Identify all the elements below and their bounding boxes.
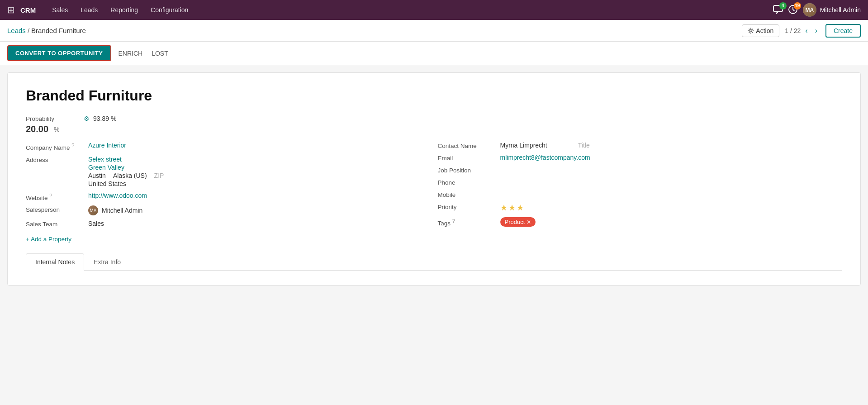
action-bar: CONVERT TO OPPORTUNITY ENRICH LOST — [0, 42, 868, 65]
clock-badge: 19 — [794, 2, 801, 10]
tag-remove-button[interactable]: ✕ — [526, 219, 531, 225]
title-label: Title — [578, 142, 590, 149]
fields-grid: Company Name ? Azure Interior Address Se… — [26, 142, 842, 243]
nav-item-sales[interactable]: Sales — [47, 4, 73, 16]
website-field: Website ? http://www.odoo.com — [26, 192, 431, 201]
priority-stars[interactable]: ★ ★ ★ — [500, 203, 524, 213]
star-1[interactable]: ★ — [500, 203, 508, 213]
star-2[interactable]: ★ — [508, 203, 516, 213]
app-grid-icon[interactable]: ⊞ — [7, 5, 15, 15]
amount-unit: % — [54, 126, 59, 133]
sales-team-value[interactable]: Sales — [88, 220, 104, 227]
tags-label: Tags ? — [438, 217, 497, 227]
tag-label: Product — [505, 219, 525, 225]
mobile-field: Mobile — [438, 191, 843, 198]
amount-row: 20.00 % — [26, 124, 842, 134]
next-page-button[interactable]: › — [812, 25, 820, 37]
address-label: Address — [26, 156, 85, 163]
salesperson-label: Salesperson — [26, 205, 85, 213]
nav-item-configuration[interactable]: Configuration — [145, 4, 194, 16]
address-city[interactable]: Austin — [88, 172, 106, 179]
amount-value[interactable]: 20.00 — [26, 124, 48, 134]
svg-point-2 — [750, 29, 752, 32]
email-field: Email mlimprecht8@fastcompany.com — [438, 154, 843, 162]
job-position-label: Job Position — [438, 166, 497, 174]
messages-icon[interactable]: 4 — [773, 5, 783, 15]
app-name[interactable]: CRM — [20, 6, 36, 14]
priority-field: Priority ★ ★ ★ — [438, 203, 843, 213]
product-tag: Product ✕ — [500, 217, 536, 227]
tabs-row: Internal Notes Extra Info — [26, 253, 842, 271]
address-block: Selex street Green Valley Austin Alaska … — [88, 156, 164, 187]
enrich-button[interactable]: ENRICH — [117, 47, 145, 60]
sales-team-field: Sales Team Sales — [26, 220, 431, 228]
job-position-field: Job Position — [438, 166, 843, 174]
user-name: Mitchell Admin — [820, 6, 861, 14]
nav-item-reporting[interactable]: Reporting — [105, 4, 143, 16]
address-country[interactable]: United States — [88, 180, 164, 187]
salesperson-value[interactable]: Mitchell Admin — [102, 207, 142, 214]
priority-label: Priority — [438, 203, 497, 210]
website-label: Website ? — [26, 192, 85, 201]
address-state[interactable]: Alaska (US) — [113, 172, 147, 179]
avatar: MA — [803, 3, 816, 17]
address-city-area[interactable]: Green Valley — [88, 164, 164, 171]
company-name-label: Company Name ? — [26, 142, 85, 151]
breadcrumb-separator: / — [28, 27, 29, 34]
sales-team-label: Sales Team — [26, 220, 85, 228]
company-name-value[interactable]: Azure Interior — [88, 142, 126, 149]
prev-page-button[interactable]: ‹ — [802, 25, 810, 37]
breadcrumb-current: Branded Furniture — [31, 27, 86, 34]
top-navigation: ⊞ CRM Sales Leads Reporting Configuratio… — [0, 0, 868, 20]
salesperson-avatar: MA — [88, 205, 98, 215]
probability-row: Probability ⚙ 93.89 % — [26, 115, 842, 122]
tab-internal-notes[interactable]: Internal Notes — [26, 253, 84, 271]
phone-field: Phone — [438, 178, 843, 186]
probability-label: Probability — [26, 115, 80, 122]
action-button[interactable]: Action — [742, 24, 779, 37]
tags-help-icon[interactable]: ? — [452, 218, 455, 224]
probability-value: 93.89 % — [93, 115, 116, 122]
phone-label: Phone — [438, 178, 497, 186]
email-label: Email — [438, 154, 497, 162]
company-help-icon[interactable]: ? — [71, 143, 74, 148]
breadcrumb: Leads / Branded Furniture — [7, 27, 738, 34]
website-help-icon[interactable]: ? — [49, 193, 52, 198]
record-title: Branded Furniture — [26, 87, 842, 104]
tags-field: Tags ? Product ✕ — [438, 217, 843, 227]
nav-item-leads[interactable]: Leads — [75, 4, 103, 16]
create-button[interactable]: Create — [825, 24, 861, 38]
action-button-label: Action — [756, 27, 773, 34]
contact-name-field: Contact Name Myrna Limprecht Title — [438, 142, 843, 149]
gear-icon — [748, 28, 754, 34]
probability-gear-icon[interactable]: ⚙ — [84, 115, 90, 122]
messages-badge: 4 — [779, 2, 787, 10]
contact-name-value[interactable]: Myrna Limprecht — [500, 142, 547, 149]
left-column: Company Name ? Azure Interior Address Se… — [26, 142, 431, 243]
address-field: Address Selex street Green Valley Austin… — [26, 156, 431, 187]
main-content: Branded Furniture Probability ⚙ 93.89 % … — [0, 65, 868, 293]
breadcrumb-parent[interactable]: Leads — [7, 27, 26, 34]
convert-to-opportunity-button[interactable]: CONVERT TO OPPORTUNITY — [7, 45, 111, 61]
add-property-button[interactable]: + Add a Property — [26, 236, 431, 243]
mobile-label: Mobile — [438, 191, 497, 198]
form-card: Branded Furniture Probability ⚙ 93.89 % … — [7, 72, 861, 286]
salesperson-field: Salesperson MA Mitchell Admin — [26, 205, 431, 215]
star-3[interactable]: ★ — [517, 203, 524, 213]
tab-extra-info[interactable]: Extra Info — [84, 253, 130, 271]
pagination: 1 / 22 ‹ › — [785, 25, 820, 37]
website-value[interactable]: http://www.odoo.com — [88, 192, 147, 199]
address-zip[interactable]: ZIP — [154, 172, 164, 179]
tags-container: Product ✕ — [500, 217, 536, 227]
pagination-text: 1 / 22 — [785, 27, 801, 34]
user-menu[interactable]: MA Mitchell Admin — [803, 3, 861, 17]
right-column: Contact Name Myrna Limprecht Title Email… — [438, 142, 843, 243]
address-street[interactable]: Selex street — [88, 156, 164, 163]
sub-navigation: Leads / Branded Furniture Action 1 / 22 … — [0, 20, 868, 42]
company-name-field: Company Name ? Azure Interior — [26, 142, 431, 151]
contact-name-label: Contact Name — [438, 142, 497, 149]
salesperson-row: MA Mitchell Admin — [88, 205, 142, 215]
lost-button[interactable]: LOST — [150, 47, 170, 60]
email-value[interactable]: mlimprecht8@fastcompany.com — [500, 154, 590, 161]
clock-icon[interactable]: 19 — [788, 5, 797, 15]
